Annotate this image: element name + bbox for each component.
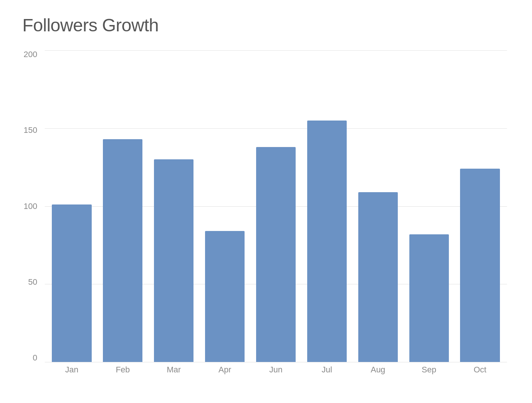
y-axis: 200150100500: [22, 50, 45, 381]
bar: [103, 139, 142, 362]
bar-group: [457, 50, 503, 362]
bar-group: [253, 50, 299, 362]
y-label: 0: [33, 354, 37, 362]
chart-area: 200150100500 JanFebMarAprJunJulAugSepOct: [22, 50, 507, 381]
x-label: Feb: [100, 365, 146, 375]
bar: [460, 169, 500, 362]
x-label: Jan: [48, 365, 95, 375]
y-label: 50: [28, 278, 37, 286]
bar-group: [151, 50, 197, 362]
grid-line: [45, 362, 507, 362]
chart-plot: JanFebMarAprJunJulAugSepOct: [45, 50, 507, 381]
bar-group: [303, 50, 350, 362]
chart-container: Followers Growth 200150100500 JanFebMarA…: [22, 15, 507, 381]
bar: [409, 234, 449, 362]
x-label: Jun: [253, 365, 299, 375]
x-label: Mar: [151, 365, 197, 375]
y-label: 200: [23, 50, 37, 59]
x-label: Oct: [457, 365, 503, 375]
chart-title: Followers Growth: [22, 15, 507, 35]
x-label: Jul: [303, 365, 350, 375]
grid-and-bars: [45, 50, 507, 362]
bar: [205, 231, 245, 362]
bar-group: [100, 50, 146, 362]
y-label: 100: [23, 202, 37, 210]
bar: [154, 159, 193, 362]
x-label: Sep: [406, 365, 452, 375]
bar: [256, 147, 296, 362]
bar-group: [48, 50, 95, 362]
bar-group: [202, 50, 248, 362]
bar: [52, 204, 91, 362]
x-label: Apr: [202, 365, 248, 375]
bar-group: [406, 50, 452, 362]
bars-wrapper: [45, 50, 507, 362]
bar-group: [355, 50, 401, 362]
x-label: Aug: [355, 365, 401, 375]
bar: [307, 121, 347, 362]
y-label: 150: [23, 126, 37, 134]
bar: [358, 192, 398, 362]
x-axis: JanFebMarAprJunJulAugSepOct: [45, 362, 507, 381]
